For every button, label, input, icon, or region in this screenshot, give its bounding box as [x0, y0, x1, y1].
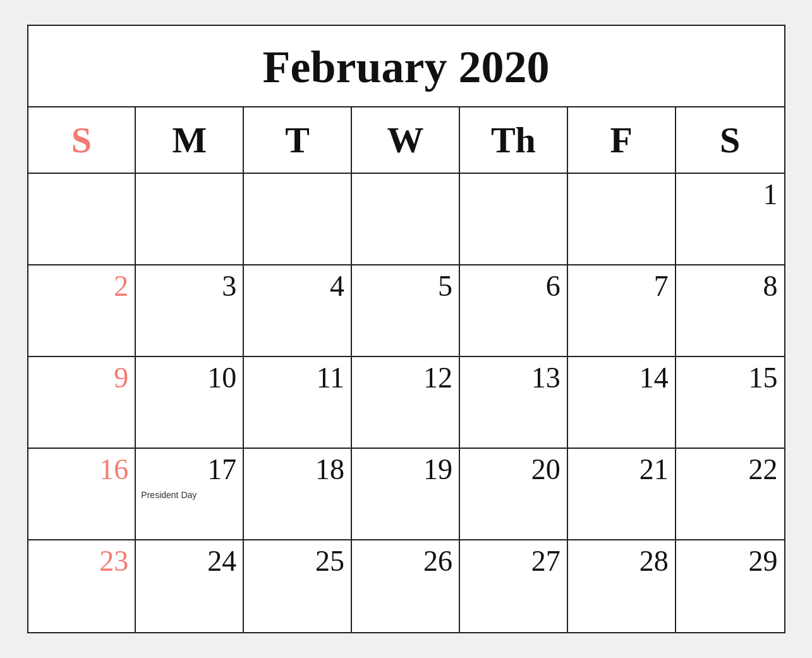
calendar-cell: 0 — [352, 174, 460, 265]
calendar-cell: 0 — [460, 174, 568, 265]
calendar-cell: 1 — [676, 174, 784, 265]
cell-number: 24 — [207, 545, 236, 578]
calendar-cell: 19 — [352, 449, 460, 540]
cell-number: 25 — [315, 545, 344, 578]
cell-number: 15 — [749, 362, 778, 394]
cell-number: 7 — [654, 271, 669, 303]
calendar-cell: 29 — [676, 540, 784, 632]
calendar-cell: 20 — [460, 449, 568, 540]
calendar-cell: 12 — [352, 357, 460, 449]
calendar-cell: 25 — [244, 540, 352, 632]
cell-number: 12 — [423, 362, 452, 394]
calendar-cell: 5 — [352, 265, 460, 357]
day-header-w: W — [352, 107, 460, 173]
cell-number: 6 — [546, 271, 561, 303]
calendar-cell: 21 — [568, 449, 676, 540]
cell-number: 10 — [207, 362, 236, 394]
cell-number: 28 — [639, 545, 669, 578]
cell-number: 4 — [330, 271, 344, 303]
calendar-header: February 2020 — [28, 26, 784, 107]
calendar-cell: 0 — [244, 174, 352, 265]
calendar-cell: 6 — [460, 265, 568, 357]
calendar-cell: 22 — [676, 449, 784, 540]
calendar-cell: 8 — [676, 265, 784, 357]
calendar: February 2020 SMTWThFS 00000012345678910… — [27, 25, 785, 633]
cell-number: 21 — [639, 454, 669, 486]
calendar-cell: 11 — [244, 357, 352, 449]
cell-number: 2 — [114, 271, 128, 303]
day-header-s: S — [28, 107, 136, 173]
calendar-cell: 28 — [568, 540, 676, 632]
calendar-cell: 0 — [28, 174, 136, 265]
calendar-cell: 10 — [136, 357, 244, 449]
calendar-cell: 18 — [244, 449, 352, 540]
day-headers: SMTWThFS — [28, 107, 784, 174]
cell-number: 27 — [531, 545, 561, 578]
calendar-cell: 2 — [28, 265, 136, 357]
cell-number: 13 — [531, 362, 561, 394]
calendar-cell: 3 — [136, 265, 244, 357]
day-header-th: Th — [460, 107, 568, 173]
cell-number: 1 — [763, 179, 778, 211]
cell-number: 9 — [114, 362, 128, 394]
calendar-cell: 15 — [676, 357, 784, 449]
day-header-s: S — [676, 107, 784, 173]
cell-number: 29 — [749, 545, 778, 578]
calendar-cell: 16 — [28, 449, 136, 540]
day-header-m: M — [136, 107, 244, 173]
cell-number: 5 — [438, 271, 452, 303]
calendar-cell: 17President Day — [136, 449, 244, 540]
calendar-cell: 26 — [352, 540, 460, 632]
cell-number: 18 — [315, 454, 344, 486]
calendar-cell: 24 — [136, 540, 244, 632]
calendar-cell: 0 — [568, 174, 676, 265]
cell-number: 16 — [99, 454, 128, 486]
calendar-title: February 2020 — [263, 42, 550, 92]
cell-number: 3 — [222, 271, 236, 303]
day-header-t: T — [244, 107, 352, 173]
cell-number: 23 — [99, 545, 128, 578]
calendar-cell: 14 — [568, 357, 676, 449]
calendar-cell: 13 — [460, 357, 568, 449]
cell-number: 14 — [639, 362, 669, 394]
calendar-grid: 0000001234567891011121314151617President… — [28, 174, 784, 632]
cell-number: 19 — [423, 454, 452, 486]
calendar-cell: 27 — [460, 540, 568, 632]
calendar-cell: 23 — [28, 540, 136, 632]
cell-number: 17 — [207, 454, 236, 486]
calendar-cell: 0 — [136, 174, 244, 265]
cell-number: 11 — [317, 362, 344, 394]
cell-number: 22 — [749, 454, 778, 486]
day-header-f: F — [568, 107, 676, 173]
calendar-cell: 7 — [568, 265, 676, 357]
calendar-cell: 4 — [244, 265, 352, 357]
cell-event: President Day — [141, 490, 236, 500]
cell-number: 8 — [763, 271, 778, 303]
calendar-cell: 9 — [28, 357, 136, 449]
cell-number: 20 — [531, 454, 561, 486]
cell-number: 26 — [423, 545, 452, 578]
